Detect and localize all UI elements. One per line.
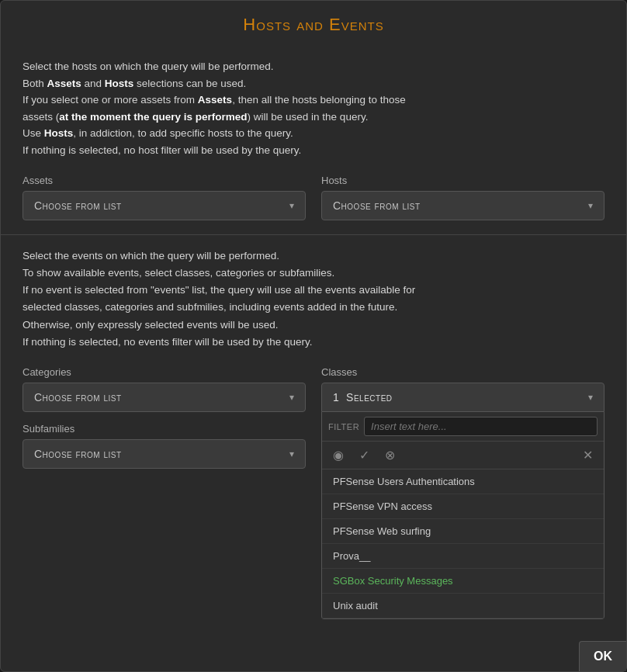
assets-dropdown[interactable]: Choose from list ▾ bbox=[23, 191, 306, 220]
classes-dropdown[interactable]: 1 Selected ▾ bbox=[321, 383, 604, 412]
list-item[interactable]: PFSense Web surfing bbox=[322, 519, 604, 544]
subfamilies-group: Subfamilies Choose from list ▾ bbox=[23, 423, 306, 469]
filter-input[interactable] bbox=[364, 417, 598, 436]
hosts-label: Hosts bbox=[321, 175, 604, 186]
classes-selected-badge: 1 Selected bbox=[333, 391, 393, 404]
hosts-and-events-dialog: Hosts and Events Select the hosts on whi… bbox=[0, 0, 627, 672]
events-selects-section: Categories Choose from list ▾ Subfamilie… bbox=[1, 359, 626, 476]
subfamilies-chevron-icon: ▾ bbox=[289, 449, 295, 459]
events-desc-line6: If nothing is selected, no events filter… bbox=[23, 334, 604, 351]
dialog-title: Hosts and Events bbox=[1, 1, 626, 46]
categories-dropdown-label: Choose from list bbox=[34, 391, 122, 404]
list-item[interactable]: Prova__ bbox=[322, 544, 604, 569]
events-desc-line5: Otherwise, only expressly selected event… bbox=[23, 317, 604, 334]
hosts-selects-row: Assets Choose from list ▾ Hosts Choose f… bbox=[1, 167, 626, 234]
categories-dropdown[interactable]: Choose from list ▾ bbox=[23, 383, 306, 412]
list-item[interactable]: PFSense VPN access bbox=[322, 494, 604, 519]
hosts-chevron-icon: ▾ bbox=[588, 200, 594, 211]
classes-count: 1 bbox=[333, 391, 339, 404]
eye-icon-btn[interactable]: ◉ bbox=[330, 446, 347, 464]
check-icon-btn[interactable]: ✓ bbox=[356, 446, 372, 464]
classes-dropdown-panel: FILTER ◉ ✓ ⊗ ✕ bbox=[321, 412, 604, 619]
icon-row: ◉ ✓ ⊗ ✕ bbox=[322, 442, 604, 469]
events-desc-line1: Select the events on which the query wil… bbox=[23, 248, 604, 265]
classes-list: PFSense Users AuthenticationsPFSense VPN… bbox=[322, 469, 604, 618]
classes-selected-label: Selected bbox=[346, 391, 392, 404]
classes-label: Classes bbox=[321, 366, 604, 378]
classes-chevron-icon: ▾ bbox=[588, 392, 593, 403]
hosts-desc-line4: assets (at the moment the query is perfo… bbox=[23, 109, 604, 126]
close-icon-btn[interactable]: ✕ bbox=[580, 446, 596, 464]
assets-select-group: Assets Choose from list ▾ bbox=[23, 175, 306, 220]
hosts-dropdown[interactable]: Choose from list ▾ bbox=[321, 191, 604, 220]
icon-group: ◉ ✓ ⊗ bbox=[330, 446, 398, 464]
hosts-desc-line2: Both Assets and Hosts selections can be … bbox=[23, 75, 604, 92]
hosts-desc-line5: Use Hosts, in addiction, to add specific… bbox=[23, 125, 604, 142]
subfamilies-label: Subfamilies bbox=[23, 423, 306, 435]
subfamilies-dropdown[interactable]: Choose from list ▾ bbox=[23, 439, 306, 469]
list-item[interactable]: Unix audit bbox=[322, 594, 604, 618]
classes-dropdown-wrapper: 1 Selected ▾ FILTER ◉ bbox=[321, 383, 604, 412]
events-description-section: Select the events on which the query wil… bbox=[1, 234, 626, 359]
assets-label: Assets bbox=[23, 175, 306, 186]
ok-button[interactable]: OK bbox=[579, 641, 626, 671]
deselect-icon-btn[interactable]: ⊗ bbox=[382, 446, 398, 464]
list-item[interactable]: SGBox Security Messages bbox=[322, 569, 604, 594]
hosts-desc-line1: Select the hosts on which the query will… bbox=[23, 58, 604, 75]
hosts-dropdown-label: Choose from list bbox=[333, 199, 421, 212]
assets-chevron-icon: ▾ bbox=[289, 200, 295, 211]
list-item[interactable]: PFSense Users Authentications bbox=[322, 469, 604, 494]
filter-label: FILTER bbox=[328, 422, 359, 431]
events-desc-line3: If no event is selected from "events" li… bbox=[23, 282, 604, 299]
events-selects-row: Categories Choose from list ▾ Subfamilie… bbox=[23, 366, 604, 469]
hosts-select-group: Hosts Choose from list ▾ bbox=[321, 175, 604, 220]
events-desc-line2: To show available events, select classes… bbox=[23, 265, 604, 282]
filter-row: FILTER bbox=[322, 412, 604, 442]
events-desc-line4: selected classes, categories and subfmil… bbox=[23, 299, 604, 316]
hosts-desc-line3: If you select one or more assets from As… bbox=[23, 92, 604, 109]
right-col: Classes 1 Selected ▾ FILTER bbox=[321, 366, 604, 469]
assets-dropdown-label: Choose from list bbox=[34, 199, 122, 212]
categories-label: Categories bbox=[23, 366, 306, 378]
left-col: Categories Choose from list ▾ Subfamilie… bbox=[23, 366, 306, 469]
categories-chevron-icon: ▾ bbox=[289, 392, 295, 403]
hosts-description-section: Select the hosts on which the query will… bbox=[1, 46, 626, 167]
hosts-desc-line6: If nothing is selected, no host filter w… bbox=[23, 142, 604, 159]
subfamilies-dropdown-label: Choose from list bbox=[34, 448, 122, 460]
